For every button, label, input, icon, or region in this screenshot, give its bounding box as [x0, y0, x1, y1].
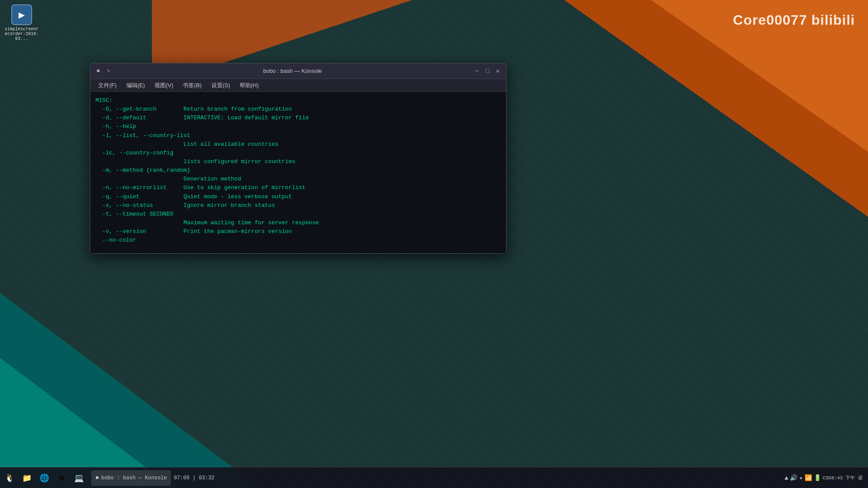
taskbar-browser-icon[interactable]: 🌐 — [36, 470, 52, 486]
terminal-content[interactable]: MISC: -G, --get-branch Return branch fro… — [90, 92, 506, 253]
terminal-line-14: Maximum waiting time for server response — [95, 219, 501, 227]
volume-icon: 🔊 — [790, 474, 797, 481]
terminal-icon: ■ — [94, 67, 102, 75]
bluetooth-icon: ✦ — [799, 474, 802, 481]
terminal-line-0: MISC: — [95, 96, 501, 105]
desktop-icon-image: ▶ — [11, 4, 32, 25]
menu-settings[interactable]: 设置(S) — [207, 81, 234, 90]
taskbar-files-icon[interactable]: 📁 — [19, 470, 35, 486]
terminal-line-11: -q, --quiet Quiet mode - less verbose ou… — [95, 193, 501, 201]
terminal-icon: 💻 — [74, 473, 84, 483]
settings-icon: ⚙ — [59, 473, 64, 483]
taskbar-settings-icon[interactable]: ⚙ — [54, 470, 69, 486]
desktop: ▶ simplescreenrecorder-2019-03... Core00… — [0, 0, 868, 488]
desktop-icon-label: simplescreenrecorder-2019-03... — [4, 27, 39, 41]
terminal-line-4: -l, --list, --country-list — [95, 131, 501, 140]
terminal-window: ■ ✎ bobo : bash — Konsole ─ □ ✕ 文件(F) 编辑… — [90, 63, 506, 254]
menu-edit[interactable]: 编辑(E) — [122, 81, 149, 90]
taskbar-terminal-icon[interactable]: 💻 — [71, 470, 87, 486]
terminal-prompt-line: [bobo@bobo-notebook ~]$ pacman-mirrors -… — [95, 245, 501, 253]
bilibili-watermark: Core00077 bilibili — [733, 12, 855, 28]
terminal-line-7: lists configured mirror countries — [95, 157, 501, 166]
terminal-line-8: -m, --method {rank,random} — [95, 166, 501, 175]
terminal-line-13: -t, --timeout SECONDS — [95, 210, 501, 219]
terminal-line-1: -G, --get-branch Return branch from conf… — [95, 105, 501, 114]
taskbar-clock: 07:09 | 03:32 — [174, 475, 214, 481]
titlebar-left-icons: ■ ✎ — [94, 67, 113, 75]
battery-icon: 🔋 — [814, 474, 821, 481]
taskbar-right: ▲ 🔊 ✦ 📶 🔋 CSD8:43 下午 诺 — [785, 474, 868, 481]
network-icon: ▲ — [785, 475, 788, 481]
terminal-line-9: Generation method — [95, 175, 501, 183]
menu-view[interactable]: 视图(V) — [150, 81, 178, 90]
systray-text: CSD8:43 下午 诺 — [823, 475, 863, 481]
taskbar-left: 🐧 📁 🌐 ⚙ 💻 — [0, 470, 87, 486]
files-icon: 📁 — [22, 473, 32, 483]
menu-bookmarks[interactable]: 书签(B) — [178, 81, 206, 90]
terminal-line-6: -lc, --country-config — [95, 149, 501, 157]
close-button[interactable]: ✕ — [493, 66, 503, 76]
terminal-titlebar: ■ ✎ bobo : bash — Konsole ─ □ ✕ — [90, 63, 506, 79]
taskbar-center: ■ bobo : bash — Konsole 07:09 | 03:32 — [87, 470, 785, 486]
terminal-title: bobo : bash — Konsole — [115, 68, 470, 74]
menu-icon: 🐧 — [5, 473, 14, 483]
terminal-line-15: -v, --version Print the pacman-mirrors v… — [95, 227, 501, 236]
terminal-menubar: 文件(F) 编辑(E) 视图(V) 书签(B) 设置(S) 帮助(H) — [90, 79, 506, 92]
terminal-line-16: --no-color — [95, 236, 501, 245]
play-icon: ▶ — [19, 9, 25, 21]
taskbar-app-bash[interactable]: ■ bobo : bash — Konsole — [91, 470, 171, 486]
taskbar: 🐧 📁 🌐 ⚙ 💻 ■ bobo : bash — Konsole 07:09 … — [0, 467, 868, 488]
terminal-pen-icon[interactable]: ✎ — [104, 67, 113, 75]
browser-icon: 🌐 — [39, 473, 49, 483]
terminal-line-10: -n, --no-mirrorlist Use to skip generati… — [95, 183, 501, 192]
app-label: bobo : bash — Konsole — [101, 475, 167, 481]
minimize-button[interactable]: ─ — [472, 66, 482, 76]
menu-help[interactable]: 帮助(H) — [235, 81, 263, 90]
maximize-button[interactable]: □ — [483, 66, 492, 76]
app-icon: ■ — [95, 475, 99, 481]
terminal-line-5: List all available countries — [95, 140, 501, 149]
terminal-line-12: -s, --no-status Ignore mirror branch sta… — [95, 201, 501, 210]
desktop-icon-screenrecorder[interactable]: ▶ simplescreenrecorder-2019-03... — [4, 4, 39, 41]
terminal-line-3: -h, --help — [95, 122, 501, 131]
window-controls: ─ □ ✕ — [472, 66, 503, 76]
terminal-line-2: -d, --default INTERACTIVE: Load default … — [95, 114, 501, 122]
wifi-icon: 📶 — [805, 474, 812, 481]
menu-file[interactable]: 文件(F) — [94, 81, 121, 90]
system-tray: ▲ 🔊 ✦ 📶 🔋 CSD8:43 下午 诺 — [785, 474, 863, 481]
taskbar-menu-button[interactable]: 🐧 — [2, 470, 17, 486]
